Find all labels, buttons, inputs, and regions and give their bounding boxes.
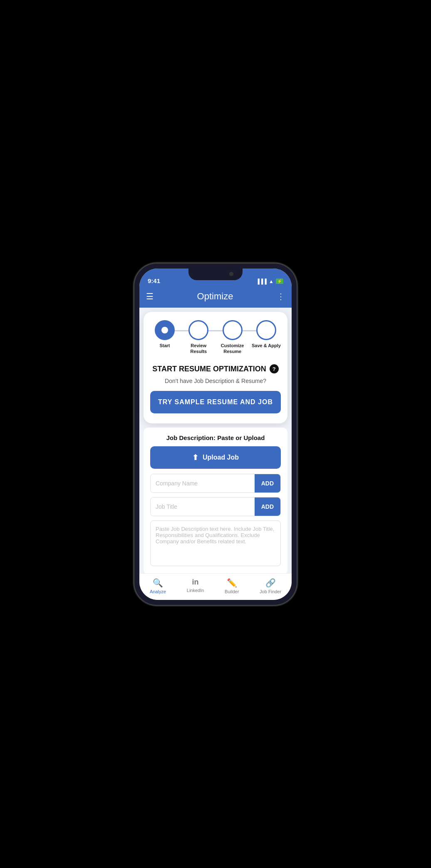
company-name-add-button[interactable]: ADD: [255, 474, 280, 492]
modal-subtitle: Don't have Job Description & Resume?: [150, 378, 281, 384]
job-description-textarea[interactable]: [150, 520, 281, 566]
bottom-nav: 🔍 Analyze in LinkedIn ✏️ Builder 🔗 Job F…: [139, 573, 292, 600]
step-customize: Customize Resume: [218, 320, 247, 355]
step-label-apply: Save & Apply: [252, 343, 281, 348]
step-circle-apply: [256, 320, 276, 340]
modal-title: START RESUME OPTIMIZATION ?: [150, 364, 281, 373]
upload-job-label: Upload Job: [203, 454, 239, 461]
step-circle-start: [155, 320, 175, 340]
hamburger-icon[interactable]: ☰: [146, 291, 154, 301]
linkedin-label: LinkedIn: [187, 588, 204, 593]
nav-analyze[interactable]: 🔍 Analyze: [150, 578, 166, 594]
status-icons: ▐▐▐ ▲ ⚡: [256, 279, 283, 284]
signal-icon: ▐▐▐: [256, 279, 267, 284]
camera: [229, 272, 233, 276]
phone-screen: 9:41 ▐▐▐ ▲ ⚡ ☰ Optimize ⋮ Start: [139, 269, 292, 600]
help-icon[interactable]: ?: [270, 364, 279, 373]
job-finder-icon: 🔗: [265, 578, 276, 588]
phone-frame: 9:41 ▐▐▐ ▲ ⚡ ☰ Optimize ⋮ Start: [134, 264, 297, 605]
job-description-title: Job Description: Paste or Upload: [150, 434, 281, 441]
more-options-icon[interactable]: ⋮: [277, 291, 285, 301]
analyze-icon: 🔍: [153, 578, 163, 588]
wifi-icon: ▲: [269, 279, 274, 284]
step-apply: Save & Apply: [252, 320, 281, 348]
battery-icon: ⚡: [276, 279, 283, 284]
notch: [188, 269, 243, 280]
nav-linkedin[interactable]: in LinkedIn: [187, 578, 204, 594]
step-label-customize: Customize Resume: [218, 343, 247, 355]
builder-icon: ✏️: [227, 578, 237, 588]
job-title-input[interactable]: [151, 497, 255, 516]
step-label-start: Start: [159, 343, 170, 348]
stepper: Start Review Results Customize Resume Sa…: [150, 320, 281, 355]
step-review: Review Results: [184, 320, 213, 355]
analyze-label: Analyze: [150, 589, 166, 594]
job-finder-label: Job Finder: [260, 589, 281, 594]
header-title: Optimize: [197, 291, 233, 302]
status-time: 9:41: [148, 277, 160, 284]
modal-card: Start Review Results Customize Resume Sa…: [144, 312, 287, 424]
nav-builder[interactable]: ✏️ Builder: [225, 578, 239, 594]
step-start: Start: [150, 320, 179, 348]
company-name-row: ADD: [150, 474, 281, 493]
upload-icon: ⬆: [192, 453, 198, 462]
company-name-input[interactable]: [151, 474, 255, 492]
job-title-row: ADD: [150, 497, 281, 516]
builder-label: Builder: [225, 589, 239, 594]
app-header: ☰ Optimize ⋮: [139, 287, 292, 308]
step-circle-review: [188, 320, 208, 340]
step-label-review: Review Results: [184, 343, 213, 355]
try-sample-button[interactable]: TRY SAMPLE RESUME AND JOB: [150, 391, 281, 413]
upload-job-button[interactable]: ⬆ Upload Job: [150, 446, 281, 469]
scroll-content: Start Review Results Customize Resume Sa…: [139, 308, 292, 573]
step-circle-customize: [223, 320, 243, 340]
nav-job-finder[interactable]: 🔗 Job Finder: [260, 578, 281, 594]
job-description-section: Job Description: Paste or Upload ⬆ Uploa…: [144, 428, 287, 573]
linkedin-icon: in: [192, 578, 199, 587]
job-title-add-button[interactable]: ADD: [255, 497, 280, 516]
modal-title-text: START RESUME OPTIMIZATION: [152, 365, 266, 373]
